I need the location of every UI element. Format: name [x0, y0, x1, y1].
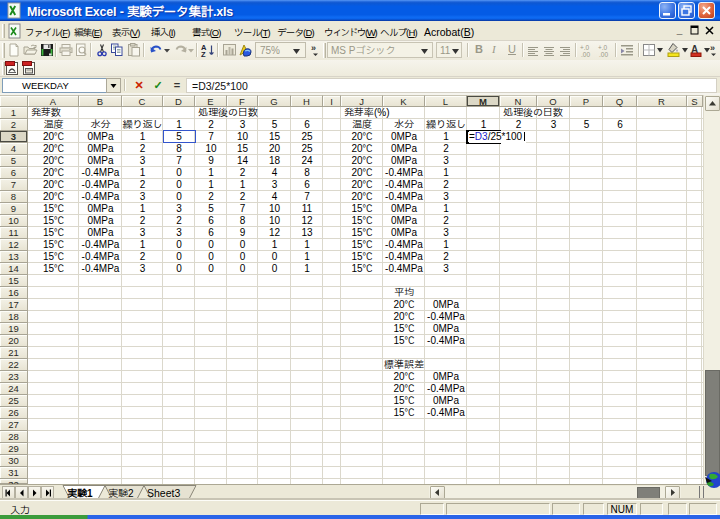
svg-text:.00: .00 — [581, 51, 590, 58]
svg-text:Sheet3: Sheet3 — [147, 487, 180, 499]
svg-text:Z: Z — [201, 50, 206, 59]
svg-text:実験2: 実験2 — [108, 488, 134, 499]
svg-text:.00: .00 — [599, 51, 608, 58]
svg-text:»: » — [311, 43, 316, 53]
svg-text:»: » — [710, 43, 715, 53]
svg-text:実験1: 実験1 — [67, 488, 93, 499]
